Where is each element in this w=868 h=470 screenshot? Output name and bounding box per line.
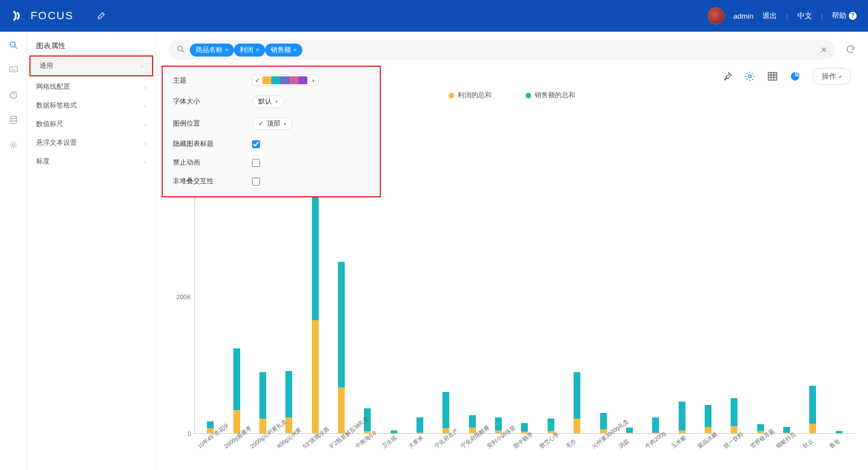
side-panel: 图表属性 通用›网格线配置›数据标签格式›数值标尺›悬浮文本设置›标度› bbox=[27, 32, 156, 470]
lang-link[interactable]: 中文 bbox=[797, 11, 812, 21]
theme-select[interactable]: ✓ ▾ bbox=[252, 75, 319, 86]
search-icon bbox=[176, 45, 185, 55]
legend-item[interactable]: 销售额的总和 bbox=[526, 90, 575, 100]
svg-point-4 bbox=[10, 116, 16, 119]
bar[interactable] bbox=[721, 106, 747, 434]
noninteract-checkbox[interactable] bbox=[252, 178, 260, 186]
svg-point-3 bbox=[13, 96, 14, 97]
y-tick: 200K bbox=[176, 294, 191, 300]
noninteract-label: 非堆叠交互性 bbox=[173, 176, 252, 186]
y-tick: 0 bbox=[188, 430, 191, 437]
svg-point-5 bbox=[12, 144, 15, 146]
panel-item[interactable]: 通用› bbox=[31, 57, 152, 75]
panel-item[interactable]: 悬浮文本设置› bbox=[27, 133, 155, 152]
svg-point-6 bbox=[178, 46, 183, 50]
bar[interactable] bbox=[617, 106, 643, 434]
bar[interactable] bbox=[800, 106, 826, 434]
search-chip[interactable]: 销售额 × bbox=[265, 44, 302, 57]
rail-board-icon[interactable] bbox=[8, 64, 19, 76]
bar[interactable] bbox=[433, 106, 459, 434]
pin-icon[interactable] bbox=[722, 71, 733, 82]
search-chip[interactable]: 商品名称 × bbox=[190, 44, 234, 57]
bar[interactable] bbox=[511, 106, 537, 434]
legend-pos-select[interactable]: ✓顶部▾ bbox=[252, 117, 293, 130]
refresh-icon[interactable] bbox=[845, 44, 856, 56]
panel-item[interactable]: 数据标签格式› bbox=[27, 96, 155, 115]
top-bar: FOCUS admin 退出 | 中文 | 帮助? bbox=[0, 0, 868, 32]
legend-pos-label: 图例位置 bbox=[173, 119, 252, 128]
config-panel: 主题 ✓ ▾ 字体大小 默认▾ 图例位置 ✓顶部▾ 隐藏图表标题 禁止动画 bbox=[162, 66, 381, 197]
svg-rect-1 bbox=[10, 67, 18, 72]
bar[interactable] bbox=[826, 106, 852, 434]
rail-help-icon[interactable] bbox=[8, 89, 19, 101]
theme-label: 主题 bbox=[173, 76, 252, 85]
bar[interactable] bbox=[774, 106, 800, 434]
disable-anim-checkbox[interactable] bbox=[252, 159, 260, 167]
bar[interactable] bbox=[407, 106, 433, 434]
bar[interactable] bbox=[748, 106, 774, 434]
left-rail bbox=[0, 32, 27, 470]
font-size-label: 字体大小 bbox=[173, 97, 252, 106]
table-icon[interactable] bbox=[767, 71, 778, 82]
bar[interactable] bbox=[669, 106, 695, 434]
gear-icon[interactable] bbox=[744, 71, 756, 82]
avatar[interactable] bbox=[708, 7, 724, 24]
hide-title-checkbox[interactable] bbox=[252, 140, 260, 148]
bar[interactable] bbox=[485, 106, 511, 434]
bar[interactable] bbox=[564, 106, 590, 434]
rail-search-icon[interactable] bbox=[8, 40, 19, 51]
svg-point-7 bbox=[749, 75, 752, 78]
logo-icon bbox=[11, 9, 25, 23]
svg-point-0 bbox=[10, 42, 15, 47]
pie-icon[interactable] bbox=[789, 71, 801, 82]
app-name: FOCUS bbox=[31, 10, 74, 22]
disable-anim-label: 禁止动画 bbox=[173, 158, 252, 167]
bar[interactable] bbox=[381, 106, 407, 434]
hide-title-label: 隐藏图表标题 bbox=[173, 139, 252, 149]
panel-item[interactable]: 标度› bbox=[27, 152, 155, 171]
search-bar[interactable]: 商品名称 ×利润 ×销售额 × ✕ bbox=[168, 40, 835, 60]
logout-link[interactable]: 退出 bbox=[762, 11, 777, 21]
x-axis: 10年45°杏花汾2000g盛唐枣2000g沁州黄礼盒400g沁州黄53°玻璃汾… bbox=[170, 434, 854, 470]
panel-item[interactable]: 数值标尺› bbox=[27, 115, 155, 133]
user-name[interactable]: admin bbox=[734, 12, 753, 20]
panel-title: 图表属性 bbox=[27, 32, 155, 55]
search-chip[interactable]: 利润 × bbox=[234, 44, 264, 57]
logo: FOCUS bbox=[11, 9, 74, 23]
bar[interactable] bbox=[695, 106, 721, 434]
svg-rect-8 bbox=[769, 72, 777, 80]
font-size-select[interactable]: 默认▾ bbox=[252, 95, 284, 108]
help-link[interactable]: 帮助? bbox=[832, 11, 857, 21]
ops-button[interactable]: 操作 ▾ bbox=[812, 68, 851, 85]
rail-data-icon[interactable] bbox=[8, 114, 19, 126]
panel-item[interactable]: 网格线配置› bbox=[27, 77, 155, 96]
edit-icon[interactable] bbox=[97, 10, 107, 22]
clear-search-icon[interactable]: ✕ bbox=[821, 45, 827, 54]
bar[interactable] bbox=[538, 106, 564, 434]
bar[interactable] bbox=[590, 106, 616, 434]
bar[interactable] bbox=[643, 106, 669, 434]
rail-settings-icon[interactable] bbox=[8, 139, 19, 150]
legend-item[interactable]: 利润的总和 bbox=[449, 90, 492, 100]
top-right: admin 退出 | 中文 | 帮助? bbox=[708, 7, 857, 24]
bar[interactable] bbox=[459, 106, 485, 434]
